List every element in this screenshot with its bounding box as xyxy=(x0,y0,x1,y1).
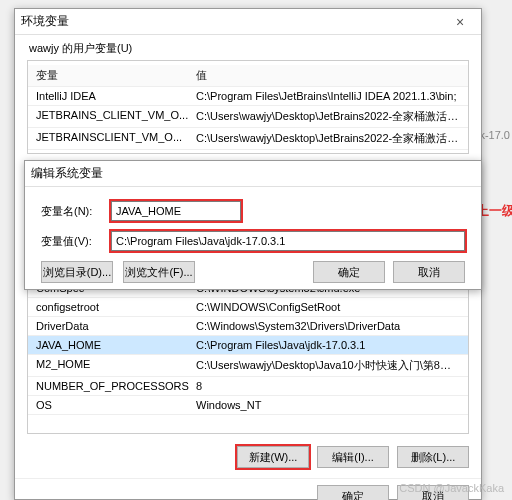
cell-val: C:\Users\wawjy\Desktop\JetBrains2022-全家桶… xyxy=(196,109,460,124)
table-row[interactable]: JETBRAINSCLIENT_VM_O...C:\Users\wawjy\De… xyxy=(28,128,468,150)
cell-var: M2_HOME xyxy=(36,358,196,373)
table-row[interactable]: JAVA_HOMEC:\Program Files\Java\jdk-17.0.… xyxy=(28,336,468,355)
cell-val: C:\Program Files\JetBrains\IntelliJ IDEA… xyxy=(196,90,460,102)
table-row[interactable]: JETBRAINS_CLIENT_VM_O...C:\Users\wawjy\D… xyxy=(28,106,468,128)
cell-val: C:\Users\wawjy\Desktop\Java10小时快速入门\第8章节… xyxy=(196,358,460,373)
var-value-label: 变量值(V): xyxy=(41,234,111,249)
edit-cancel-button[interactable]: 取消 xyxy=(393,261,465,283)
user-vars-header: 变量 值 xyxy=(28,65,468,87)
cell-var: configsetroot xyxy=(36,301,196,313)
edit-title: 编辑系统变量 xyxy=(31,165,103,182)
table-row[interactable]: IntelliJ IDEAC:\Program Files\JetBrains\… xyxy=(28,87,468,106)
cell-val: C:\Program Files (x86)\Foxit Software\Fo… xyxy=(196,153,460,154)
table-row[interactable]: DriverDataC:\Windows\System32\Drivers\Dr… xyxy=(28,317,468,336)
edit-titlebar: 编辑系统变量 xyxy=(25,161,481,187)
watermark: CSDN @JavackKaka xyxy=(399,482,504,494)
user-vars-label: wawjy 的用户变量(U) xyxy=(15,35,481,58)
cell-var: JETBRAINS_CLIENT_VM_O... xyxy=(36,109,196,124)
table-row[interactable]: MOZ_PLUGIN_PATHC:\Program Files (x86)\Fo… xyxy=(28,150,468,154)
cell-var: JAVA_HOME xyxy=(36,339,196,351)
browse-file-button[interactable]: 浏览文件(F)... xyxy=(123,261,195,283)
browse-dir-button[interactable]: 浏览目录(D)... xyxy=(41,261,113,283)
cell-val: C:\Program Files\Java\jdk-17.0.3.1 xyxy=(196,339,460,351)
cell-var: DriverData xyxy=(36,320,196,332)
table-row[interactable]: configsetrootC:\WINDOWS\ConfigSetRoot xyxy=(28,298,468,317)
sys-vars-buttons: 新建(W)... 编辑(I)... 删除(L)... xyxy=(15,440,481,478)
cell-var: OS xyxy=(36,399,196,411)
edit-sysvar-dialog: 编辑系统变量 变量名(N): 变量值(V): 浏览目录(D)... 浏览文件(F… xyxy=(24,160,482,290)
var-name-input[interactable] xyxy=(111,201,241,221)
table-row[interactable]: NUMBER_OF_PROCESSORS8 xyxy=(28,377,468,396)
table-row[interactable]: OSWindows_NT xyxy=(28,396,468,415)
cell-val: C:\Users\wawjy\Desktop\JetBrains2022-全家桶… xyxy=(196,131,460,146)
cell-val: C:\WINDOWS\ConfigSetRoot xyxy=(196,301,460,313)
cell-val: C:\Windows\System32\Drivers\DriverData xyxy=(196,320,460,332)
user-vars-list[interactable]: 变量 值 IntelliJ IDEAC:\Program Files\JetBr… xyxy=(27,60,469,154)
var-name-label: 变量名(N): xyxy=(41,204,111,219)
cell-var: JETBRAINSCLIENT_VM_O... xyxy=(36,131,196,146)
cell-var: NUMBER_OF_PROCESSORS xyxy=(36,380,196,392)
cell-val: Windows_NT xyxy=(196,399,460,411)
edit-sysvar-button[interactable]: 编辑(I)... xyxy=(317,446,389,468)
cell-var: IntelliJ IDEA xyxy=(36,90,196,102)
env-title: 环境变量 xyxy=(21,13,69,30)
edit-ok-button[interactable]: 确定 xyxy=(313,261,385,283)
col-var: 变量 xyxy=(36,68,196,83)
var-value-input[interactable] xyxy=(111,231,465,251)
cell-val: 8 xyxy=(196,380,460,392)
close-icon[interactable]: × xyxy=(445,14,475,30)
sys-vars-list[interactable]: ComSpecC:\WINDOWS\system32\cmd.exe confi… xyxy=(27,274,469,434)
env-titlebar: 环境变量 × xyxy=(15,9,481,35)
delete-sysvar-button[interactable]: 删除(L)... xyxy=(397,446,469,468)
new-sysvar-button[interactable]: 新建(W)... xyxy=(237,446,309,468)
env-ok-button[interactable]: 确定 xyxy=(317,485,389,500)
table-row[interactable]: M2_HOMEC:\Users\wawjy\Desktop\Java10小时快速… xyxy=(28,355,468,377)
cell-var: MOZ_PLUGIN_PATH xyxy=(36,153,196,154)
col-val: 值 xyxy=(196,68,460,83)
